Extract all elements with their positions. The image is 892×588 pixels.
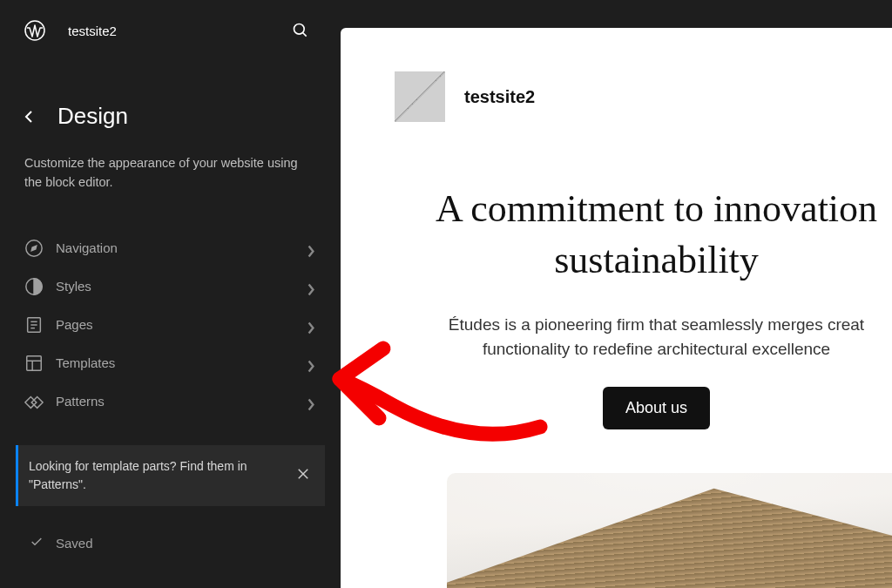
notice-text: Looking for template parts? Find them in… <box>29 457 281 494</box>
sidebar-item-templates[interactable]: Templates <box>16 344 325 382</box>
sidebar-item-label: Patterns <box>56 394 105 409</box>
hero-subtitle: Études is a pioneering firm that seamles… <box>421 313 892 362</box>
pages-icon <box>24 315 44 335</box>
site-logo-placeholder <box>395 71 445 122</box>
sidebar: testsite2 Design Customize the appearanc… <box>0 0 341 588</box>
preview-site-name: testsite2 <box>464 87 535 107</box>
hero-image <box>447 473 892 588</box>
svg-rect-9 <box>27 355 42 370</box>
section-title: Design <box>57 103 128 130</box>
chevron-right-icon <box>306 243 316 253</box>
save-status: Saved <box>0 519 341 588</box>
topbar: testsite2 <box>0 0 341 61</box>
notice-banner: Looking for template parts? Find them in… <box>16 445 325 506</box>
sidebar-item-pages[interactable]: Pages <box>16 306 325 344</box>
close-button[interactable] <box>292 463 314 489</box>
templates-icon <box>24 354 44 373</box>
sidebar-item-styles[interactable]: Styles <box>16 267 325 306</box>
site-name[interactable]: testsite2 <box>68 24 117 38</box>
sidebar-item-label: Styles <box>56 279 91 294</box>
hero-title: A commitment to innovation sustainabilit… <box>421 183 892 287</box>
sidebar-item-label: Pages <box>56 317 93 332</box>
sidebar-item-label: Templates <box>56 355 115 370</box>
preview-panel: testsite2 A commitment to innovation sus… <box>341 0 892 588</box>
site-preview[interactable]: testsite2 A commitment to innovation sus… <box>341 28 892 588</box>
sidebar-item-patterns[interactable]: Patterns <box>16 382 325 421</box>
chevron-right-icon <box>306 281 316 292</box>
styles-icon <box>24 277 44 296</box>
patterns-icon <box>24 392 44 411</box>
chevron-right-icon <box>306 320 316 330</box>
check-icon <box>30 535 44 551</box>
compass-icon <box>24 239 44 258</box>
chevron-right-icon <box>306 396 316 407</box>
section-header: Design Customize the appearance of your … <box>0 61 341 208</box>
back-button[interactable] <box>24 111 37 123</box>
svg-point-1 <box>294 24 305 35</box>
wordpress-logo-icon[interactable] <box>24 20 45 41</box>
chevron-right-icon <box>306 358 316 368</box>
saved-label: Saved <box>56 536 93 551</box>
sidebar-menu: Navigation Styles Pages Templates <box>0 208 341 421</box>
about-us-button[interactable]: About us <box>603 387 710 429</box>
svg-point-0 <box>25 21 44 40</box>
preview-header: testsite2 <box>395 71 892 122</box>
search-button[interactable] <box>285 15 316 46</box>
svg-line-2 <box>303 33 307 37</box>
hero-section: A commitment to innovation sustainabilit… <box>395 183 892 588</box>
sidebar-item-navigation[interactable]: Navigation <box>16 229 325 267</box>
sidebar-item-label: Navigation <box>56 240 118 255</box>
section-description: Customize the appearance of your website… <box>24 154 316 193</box>
